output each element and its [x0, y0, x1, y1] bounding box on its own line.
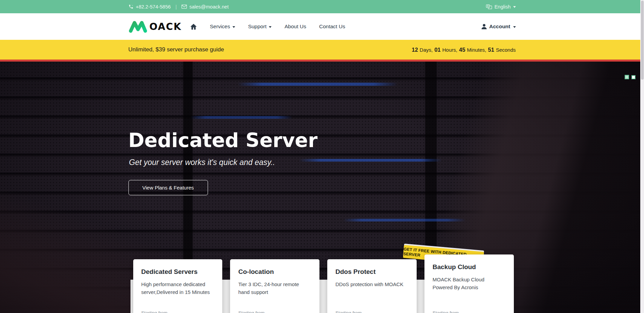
card-title: Ddos Protect — [335, 268, 408, 276]
svg-text:A: A — [487, 5, 489, 7]
view-plans-button[interactable]: View Plans & Features — [128, 180, 208, 195]
account-menu[interactable]: Account — [482, 23, 516, 30]
card-description: High performance dedicated server,Delive… — [141, 280, 214, 296]
promo-bar[interactable]: Unlimited, $39 server purchase guide 12 … — [0, 40, 644, 60]
card-backup-cloud[interactable]: Backup Cloud MOACK Backup Cloud Powered … — [424, 254, 514, 313]
phone-icon — [128, 4, 134, 9]
card-description: MOACK Backup Cloud Powered By Acronis — [433, 276, 506, 292]
email-link[interactable]: sales@moack.net — [181, 4, 228, 10]
page: +82.2-574-5856 | sales@moack.net A Engli… — [0, 0, 644, 313]
language-label: English — [494, 4, 511, 10]
navbar: OACK Services Support About Us C — [0, 13, 644, 40]
card-description: DDoS protection with MOACK — [335, 280, 408, 288]
chevron-down-icon — [513, 26, 516, 28]
chevron-down-icon — [513, 6, 516, 8]
card-starting-from: Starting from — [433, 310, 459, 313]
hero-slider: Dedicated Server Get your server works i… — [0, 62, 644, 313]
chevron-down-icon — [269, 26, 272, 28]
email-address: sales@moack.net — [189, 4, 228, 10]
carousel-dot-1[interactable] — [625, 75, 629, 79]
countdown-minutes-label: Minutes, — [467, 47, 486, 53]
card-starting-from: Starting from — [141, 310, 168, 313]
card-title: Co-location — [238, 268, 311, 276]
scrollbar-thumb[interactable] — [641, 1, 644, 80]
home-icon[interactable] — [190, 24, 197, 30]
account-label: Account — [489, 23, 510, 30]
card-ddos-protect[interactable]: Ddos Protect DDoS protection with MOACK … — [327, 259, 417, 313]
brand-logo[interactable]: OACK — [128, 20, 182, 33]
card-co-location[interactable]: Co-location Tier 3 IDC, 24-hour remote h… — [230, 259, 319, 313]
envelope-icon — [181, 4, 187, 9]
promo-message: Unlimited, $39 server purchase guide — [128, 46, 224, 53]
countdown-seconds: 51 — [488, 47, 494, 53]
nav-item-support[interactable]: Support — [248, 23, 272, 30]
nav-item-label: Services — [210, 23, 230, 30]
scrollbar[interactable] — [640, 0, 644, 313]
countdown-days-label: Days, — [420, 47, 433, 53]
hero-title: Dedicated Server — [128, 129, 318, 151]
card-starting-from: Starting from — [238, 310, 264, 313]
chevron-down-icon — [232, 26, 235, 28]
translate-icon: A — [486, 4, 492, 9]
nav-item-label: Contact Us — [319, 23, 345, 30]
phone-number: +82.2-574-5856 — [136, 4, 171, 10]
card-description: Tier 3 IDC, 24-hour remote hand support — [238, 280, 311, 296]
phone-link[interactable]: +82.2-574-5856 — [128, 4, 171, 10]
card-title: Dedicated Servers — [141, 268, 214, 276]
nav-item-label: Support — [248, 23, 266, 30]
countdown-timer: 12 Days, 01 Hours, 45 Minutes, 51 Second… — [412, 47, 516, 53]
countdown-seconds-label: Seconds — [496, 47, 516, 53]
topbar-separator: | — [175, 4, 177, 10]
moack-logo-m — [128, 20, 147, 33]
card-title: Backup Cloud — [433, 263, 506, 271]
user-icon — [482, 24, 487, 29]
carousel-indicators — [625, 75, 636, 79]
countdown-days: 12 — [412, 47, 418, 53]
nav-item-about-us[interactable]: About Us — [284, 23, 306, 30]
nav-item-label: About Us — [284, 23, 306, 30]
countdown-minutes: 45 — [459, 47, 465, 53]
nav-item-contact-us[interactable]: Contact Us — [319, 23, 345, 30]
language-selector[interactable]: A English — [486, 4, 516, 10]
nav-item-services[interactable]: Services — [210, 23, 235, 30]
hero-subtitle: Get your server works it's quick and eas… — [129, 158, 275, 167]
brand-name: OACK — [150, 21, 182, 32]
card-starting-from: Starting from — [335, 310, 362, 313]
countdown-hours: 01 — [434, 47, 440, 53]
countdown-hours-label: Hours, — [442, 47, 457, 53]
carousel-dot-2[interactable] — [631, 75, 636, 79]
card-dedicated-servers[interactable]: Dedicated Servers High performance dedic… — [133, 259, 223, 313]
topbar: +82.2-574-5856 | sales@moack.net A Engli… — [0, 0, 644, 13]
service-cards: Dedicated Servers High performance dedic… — [130, 259, 514, 313]
